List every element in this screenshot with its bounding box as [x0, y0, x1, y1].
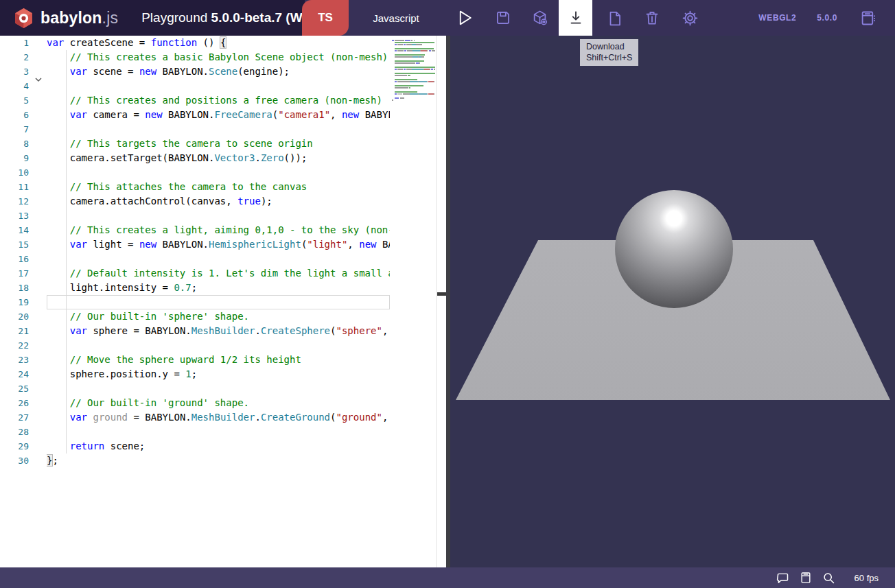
code-lines: 1var createScene = function () {2 // Thi… [0, 36, 390, 468]
run-button[interactable] [450, 0, 480, 36]
code-line[interactable]: 13 [0, 209, 390, 223]
header: babylon.js Playground 5.0.0-beta.7 (WebG… [0, 0, 895, 36]
render-canvas[interactable] [450, 36, 895, 567]
split-handle[interactable] [437, 36, 446, 567]
code-line[interactable]: 12 camera.attachControl(canvas, true); [0, 194, 390, 209]
code-line[interactable]: 18 light.intensity = 0.7; [0, 281, 390, 295]
code-line[interactable]: 27 var ground = BABYLON.MeshBuilder.Crea… [0, 410, 390, 425]
book-icon [859, 9, 877, 27]
code-line[interactable]: 28 [0, 425, 390, 439]
code-line[interactable]: 11 // This attaches the camera to the ca… [0, 180, 390, 194]
status-bar: 60 fps [0, 567, 895, 588]
save-icon [494, 9, 512, 27]
header-brand: babylon.js Playground 5.0.0-beta.7 (WebG… [0, 0, 305, 36]
play-icon [454, 8, 475, 28]
code-line[interactable]: 24 sphere.position.y = 1; [0, 367, 390, 381]
code-line[interactable]: 14 // This creates a light, aiming 0,1,0… [0, 223, 390, 237]
search-icon [822, 571, 836, 585]
line-number: 8 [0, 137, 29, 151]
code-line[interactable]: 8 // This targets the camera to scene or… [0, 137, 390, 151]
line-number: 18 [0, 281, 29, 295]
line-number: 17 [0, 266, 29, 281]
journal-icon [799, 571, 813, 585]
code-line[interactable]: 29 return scene; [0, 439, 390, 454]
code-line[interactable]: 6 var camera = new BABYLON.FreeCamera("c… [0, 108, 390, 122]
line-number: 12 [0, 194, 29, 209]
code-line[interactable]: 30}; [0, 454, 390, 468]
download-button[interactable] [559, 0, 592, 36]
brand-title[interactable]: babylon.js [40, 9, 118, 27]
line-number: 4 [0, 79, 29, 93]
code-line[interactable]: 22 [0, 338, 390, 353]
line-number: 28 [0, 425, 29, 439]
download-icon [567, 9, 585, 27]
code-editor[interactable]: 1var createScene = function () {2 // Thi… [0, 36, 450, 567]
code-line[interactable]: 20 // Our built-in 'sphere' shape. [0, 309, 390, 324]
settings-button[interactable] [675, 0, 705, 36]
line-number: 15 [0, 237, 29, 252]
code-line[interactable]: 2 // This creates a basic Babylon Scene … [0, 50, 390, 64]
fps-counter: 60 fps [855, 573, 879, 583]
code-line[interactable]: 21 var sphere = BABYLON.MeshBuilder.Crea… [0, 324, 390, 338]
inspector-icon [531, 9, 549, 27]
babylon-logo-icon[interactable] [12, 7, 35, 30]
line-number: 23 [0, 353, 29, 367]
fold-chevron-icon[interactable] [34, 74, 43, 82]
line-number: 1 [0, 36, 29, 50]
typescript-toggle-button[interactable]: TS [302, 0, 349, 36]
line-number: 2 [0, 50, 29, 64]
code-line[interactable]: 23 // Move the sphere upward 1/2 its hei… [0, 353, 390, 367]
line-number: 6 [0, 108, 29, 122]
tooltip-line2: Shift+Ctrl+S [586, 52, 632, 63]
line-number: 11 [0, 180, 29, 194]
code-line[interactable]: 15 var light = new BABYLON.HemisphericLi… [0, 237, 390, 252]
line-number: 7 [0, 122, 29, 137]
split-grip-icon [437, 292, 446, 296]
save-button[interactable] [488, 0, 518, 36]
new-button[interactable] [600, 0, 630, 36]
examples-button[interactable] [852, 0, 883, 36]
code-line[interactable]: 4 [0, 79, 390, 93]
code-line[interactable]: 19 [0, 295, 390, 309]
line-number: 24 [0, 367, 29, 381]
clear-button[interactable] [637, 0, 667, 36]
code-line[interactable]: 1var createScene = function () { [0, 36, 390, 50]
line-number: 10 [0, 165, 29, 180]
comment-button[interactable] [776, 571, 790, 585]
line-number: 29 [0, 439, 29, 454]
code-line[interactable]: 10 [0, 165, 390, 180]
code-line[interactable]: 26 // Our built-in 'ground' shape. [0, 396, 390, 410]
engine-version: 5.0.0 [817, 13, 837, 23]
inspector-button[interactable] [524, 0, 555, 36]
new-file-icon [606, 9, 624, 27]
line-number: 22 [0, 338, 29, 353]
code-line[interactable]: 5 // This creates and positions a free c… [0, 93, 390, 108]
gear-icon [681, 9, 699, 27]
line-number: 30 [0, 454, 29, 468]
docs-button[interactable] [799, 571, 813, 585]
line-number: 21 [0, 324, 29, 338]
line-number: 13 [0, 209, 29, 223]
search-button[interactable] [822, 571, 836, 585]
engine-label: WEBGL2 [758, 13, 796, 23]
minimap-content [390, 36, 436, 102]
sphere-mesh [615, 190, 733, 308]
line-number: 26 [0, 396, 29, 410]
comment-icon [776, 571, 790, 585]
code-line[interactable]: 25 [0, 381, 390, 396]
engine-info: WEBGL2 5.0.0 [758, 0, 837, 36]
line-number: 25 [0, 381, 29, 396]
code-line[interactable]: 7 [0, 122, 390, 137]
code-line[interactable]: 3 var scene = new BABYLON.Scene(engine); [0, 64, 390, 79]
line-number: 20 [0, 309, 29, 324]
tooltip-line1: Download [586, 41, 632, 52]
minimap[interactable] [390, 36, 437, 567]
language-select-button[interactable]: Javascript [349, 0, 443, 36]
code-line[interactable]: 9 camera.setTarget(BABYLON.Vector3.Zero(… [0, 151, 390, 165]
line-number: 3 [0, 64, 29, 79]
line-number: 16 [0, 252, 29, 266]
code-line[interactable]: 17 // Default intensity is 1. Let's dim … [0, 266, 390, 281]
download-tooltip: Download Shift+Ctrl+S [580, 39, 638, 66]
line-number: 5 [0, 93, 29, 108]
code-line[interactable]: 16 [0, 252, 390, 266]
